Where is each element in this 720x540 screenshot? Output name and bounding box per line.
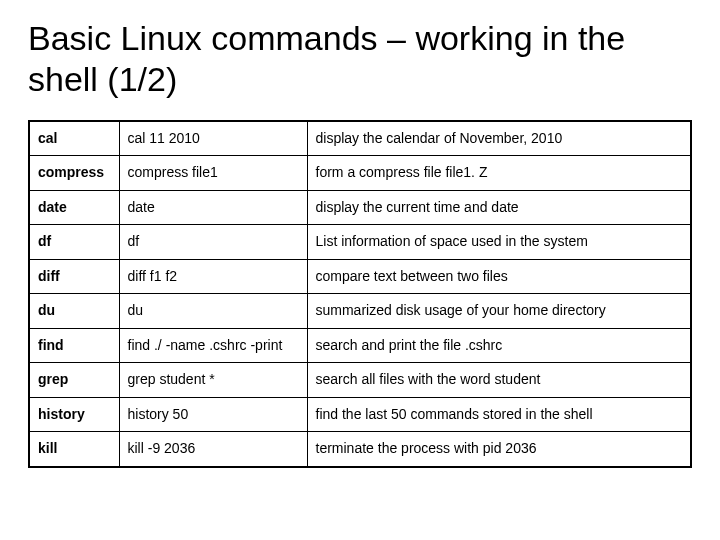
command-description: search all files with the word student [307, 363, 691, 398]
command-name: df [29, 225, 119, 260]
command-example: cal 11 2010 [119, 121, 307, 156]
table-row: diffdiff f1 f2compare text between two f… [29, 259, 691, 294]
command-name: kill [29, 432, 119, 467]
table-row: compresscompress file1form a compress fi… [29, 156, 691, 191]
command-description: find the last 50 commands stored in the … [307, 397, 691, 432]
table-row: findfind ./ -name .cshrc -printsearch an… [29, 328, 691, 363]
command-name: date [29, 190, 119, 225]
command-example: diff f1 f2 [119, 259, 307, 294]
command-description: display the calendar of November, 2010 [307, 121, 691, 156]
command-name: cal [29, 121, 119, 156]
command-description: compare text between two files [307, 259, 691, 294]
command-example: history 50 [119, 397, 307, 432]
command-name: diff [29, 259, 119, 294]
command-name: grep [29, 363, 119, 398]
command-description: List information of space used in the sy… [307, 225, 691, 260]
command-description: summarized disk usage of your home direc… [307, 294, 691, 329]
slide: Basic Linux commands – working in the sh… [0, 0, 720, 540]
table-row: historyhistory 50find the last 50 comman… [29, 397, 691, 432]
table-row: dfdfList information of space used in th… [29, 225, 691, 260]
command-example: compress file1 [119, 156, 307, 191]
command-description: form a compress file file1. Z [307, 156, 691, 191]
command-name: compress [29, 156, 119, 191]
command-description: terminate the process with pid 2036 [307, 432, 691, 467]
table-row: grepgrep student *search all files with … [29, 363, 691, 398]
command-example: date [119, 190, 307, 225]
page-title: Basic Linux commands – working in the sh… [28, 18, 692, 100]
table-row: dudusummarized disk usage of your home d… [29, 294, 691, 329]
command-example: kill -9 2036 [119, 432, 307, 467]
command-example: df [119, 225, 307, 260]
command-description: search and print the file .cshrc [307, 328, 691, 363]
command-example: grep student * [119, 363, 307, 398]
command-example: find ./ -name .cshrc -print [119, 328, 307, 363]
table-row: killkill -9 2036terminate the process wi… [29, 432, 691, 467]
table-row: calcal 11 2010display the calendar of No… [29, 121, 691, 156]
table-row: datedatedisplay the current time and dat… [29, 190, 691, 225]
command-description: display the current time and date [307, 190, 691, 225]
command-name: history [29, 397, 119, 432]
command-name: find [29, 328, 119, 363]
commands-table: calcal 11 2010display the calendar of No… [28, 120, 692, 468]
command-name: du [29, 294, 119, 329]
command-example: du [119, 294, 307, 329]
